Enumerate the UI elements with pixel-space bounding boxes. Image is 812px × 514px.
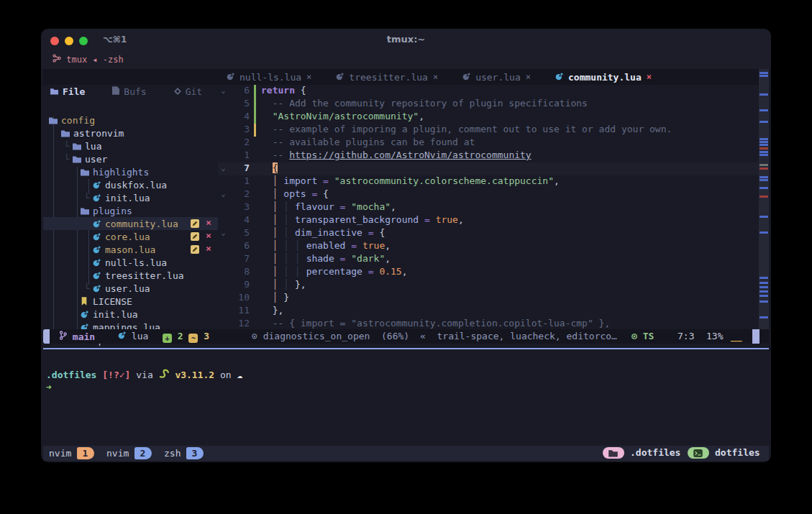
buffer-tab-treesitter.lua[interactable]: treesitter.lua× xyxy=(336,72,438,83)
tree-item-init.lua[interactable]: └init.lua xyxy=(43,191,218,204)
minimap-scrollbar[interactable] xyxy=(759,69,769,344)
code-line: 2 -- available plugins can be found at xyxy=(218,137,759,150)
tree-item-init.lua[interactable]: init.lua xyxy=(43,308,218,321)
tmux-status-bar: .dotfiles dotfiles nvim1nvim2zsh3 xyxy=(43,446,769,461)
line-number: 9 xyxy=(231,279,250,290)
tmux-window-3[interactable]: zsh3 xyxy=(164,446,204,461)
minimap-mark xyxy=(759,216,768,218)
filetype-segment: lua xyxy=(118,331,148,341)
code-line: 9 │ │ }, xyxy=(218,279,759,292)
tree-item-core.lua[interactable]: core.lua× xyxy=(43,230,218,243)
code-line: 5 -- Add the community repository of plu… xyxy=(218,98,759,111)
lua-icon xyxy=(81,310,88,321)
minimap-mark xyxy=(759,282,768,284)
minimap-mark xyxy=(759,187,768,189)
tree-item-community.lua[interactable]: community.lua× xyxy=(43,217,218,230)
tree-item-highlights[interactable]: highlights xyxy=(43,165,218,178)
tree-item-duskfox.lua[interactable]: duskfox.lua xyxy=(43,178,218,191)
line-number: 2 xyxy=(231,188,250,199)
minimap-mark xyxy=(759,179,768,181)
neotree-tab-file[interactable]: File xyxy=(50,85,85,98)
tree-item-lua[interactable]: └lua xyxy=(43,139,218,152)
fold-icon[interactable]: ⌄ xyxy=(221,189,226,198)
line-number: 5 xyxy=(231,227,250,238)
close-buffer-icon[interactable]: × xyxy=(433,72,438,82)
line-number: 12 xyxy=(231,318,250,329)
tree-item-mason.lua[interactable]: mason.lua× xyxy=(43,243,218,256)
tmux-window-number: 2 xyxy=(134,447,152,459)
session-icon xyxy=(53,55,61,65)
line-number: 11 xyxy=(231,305,250,316)
folder-icon xyxy=(73,155,81,165)
line-number: 1 xyxy=(231,150,250,160)
shell-pane[interactable]: .dotfiles [!?✓] via v3.11.2 on ☁ ➜ xyxy=(43,349,769,446)
window-title: tmux:~ xyxy=(41,34,771,45)
lua-icon xyxy=(336,72,344,83)
lua-icon xyxy=(462,72,470,83)
neotree-tab-git[interactable]: Git xyxy=(174,85,202,98)
code-line: 8 │ │ │ percentage = 0.15, xyxy=(218,266,759,279)
modified-badge xyxy=(191,232,199,241)
fold-icon[interactable]: ⌄ xyxy=(221,228,226,237)
git-sign xyxy=(254,124,256,137)
cursor-position: 7:3 xyxy=(678,331,694,341)
git-diff-segment: + 2 ~ 3 xyxy=(163,331,209,343)
folder-icon xyxy=(61,129,70,139)
terminal-tab-bar: tmux ◂ -zsh xyxy=(41,50,771,69)
tmux-window-2[interactable]: nvim2 xyxy=(106,446,152,461)
nvim-editor: null-ls.lua×treesitter.lua×user.lua×comm… xyxy=(43,69,769,345)
tree-item-treesitter.lua[interactable]: treesitter.lua xyxy=(43,269,218,282)
git-sign xyxy=(254,98,256,111)
line-number: 4 xyxy=(231,111,250,121)
tree-item-null-ls.lua[interactable]: null-ls.lua xyxy=(43,256,218,269)
minimap-mark xyxy=(759,290,768,293)
buffer-tab-user.lua[interactable]: user.lua× xyxy=(462,72,531,83)
shell-prompt-info: .dotfiles [!?✓] via v3.11.2 on ☁ xyxy=(46,369,242,380)
folder-icon xyxy=(81,206,89,217)
close-file-icon[interactable]: × xyxy=(206,230,211,241)
lua-icon xyxy=(93,245,101,256)
minimap-mark xyxy=(759,75,768,77)
code-buffer[interactable]: ⌄6return {5 -- Add the community reposit… xyxy=(218,85,759,331)
tree-item-plugins[interactable]: plugins xyxy=(43,204,218,217)
minimap-mark xyxy=(759,176,768,178)
minimap-mark xyxy=(759,316,768,318)
line-number: 7 xyxy=(231,253,250,264)
git-branch-segment[interactable]: main xyxy=(59,331,95,342)
tree-item-user[interactable]: └user xyxy=(43,152,218,165)
minimap-mark xyxy=(759,300,768,303)
buffer-tab-community.lua[interactable]: community.lua× xyxy=(555,72,652,83)
terminal-tab[interactable]: tmux ◂ -zsh xyxy=(53,54,124,65)
lua-icon xyxy=(227,72,234,83)
line-number: 6 xyxy=(231,85,250,96)
minimap-mark xyxy=(759,147,768,150)
code-line: 3 │ │ flavour = "mocha", xyxy=(218,201,759,214)
statusline-right-cap xyxy=(752,329,759,344)
tmux-window-1[interactable]: nvim1 xyxy=(49,446,94,461)
close-file-icon[interactable]: × xyxy=(206,243,211,254)
python-icon xyxy=(159,370,170,380)
minimap-mark xyxy=(759,144,768,146)
line-number: 2 xyxy=(231,137,250,147)
minimap-mark xyxy=(759,286,768,288)
close-file-icon[interactable]: × xyxy=(206,217,211,228)
close-buffer-icon[interactable]: × xyxy=(306,72,311,82)
tree-item-user.lua[interactable]: └user.lua xyxy=(43,282,218,295)
buffer-tab-null-ls.lua[interactable]: null-ls.lua× xyxy=(227,72,311,83)
tree-item-LICENSE[interactable]: LICENSE xyxy=(43,295,218,308)
tree-item-config[interactable]: config xyxy=(43,114,218,127)
git-added-icon: + xyxy=(163,334,172,343)
folder-icon xyxy=(73,142,81,152)
scroll-percent: 13% xyxy=(706,331,723,341)
fold-icon[interactable]: ⌄ xyxy=(221,163,226,173)
neotree-tab-bufs[interactable]: Bufs xyxy=(112,85,146,98)
neotree-source-tabs: FileBufsGit xyxy=(43,85,218,98)
tmux-path-label: .dotfiles xyxy=(630,447,680,458)
session-pill xyxy=(688,447,709,459)
close-buffer-icon[interactable]: × xyxy=(526,72,531,82)
close-buffer-icon[interactable]: × xyxy=(647,72,652,82)
fold-icon[interactable]: ⌄ xyxy=(221,86,226,95)
tree-item-astronvim[interactable]: astronvim xyxy=(43,127,218,139)
prompt-git-status: [!?✓] xyxy=(102,370,130,380)
modified-badge xyxy=(191,219,199,228)
